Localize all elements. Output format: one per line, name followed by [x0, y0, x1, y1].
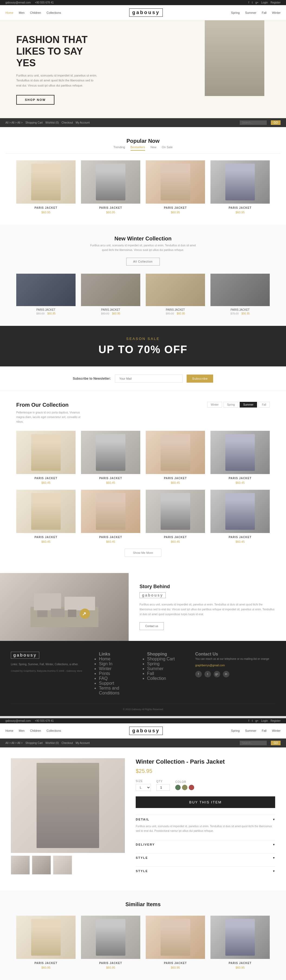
footer-social-google[interactable]: g+ [214, 671, 220, 678]
contact-button[interactable]: Contact us [139, 622, 164, 630]
nav2-home[interactable]: Home [5, 729, 13, 732]
thumbnail-1[interactable] [11, 856, 30, 875]
buy-button[interactable]: BUY THIS ITEM [136, 796, 275, 808]
story-content: Story Behind gabousy Furillius arcu unit… [129, 573, 286, 641]
product-figure-1 [31, 164, 61, 200]
tab-new[interactable]: New [150, 145, 157, 151]
footer-social-twitter[interactable]: t [205, 671, 211, 678]
nav2-men[interactable]: Men [19, 729, 24, 732]
nav2-spring[interactable]: Spring [231, 729, 240, 732]
footer-link-faq[interactable]: FAQ [99, 676, 139, 681]
search-go-button-2[interactable]: GO [271, 741, 281, 745]
footer-link-home[interactable]: Home [99, 657, 139, 662]
collection-title: From Our Collection [16, 402, 84, 408]
footer-link-prints[interactable]: Prints [99, 671, 139, 676]
winter-description: Furillius arcu unit, scerusetu id imperd… [89, 243, 197, 252]
checkout-link[interactable]: Checkout [61, 121, 73, 124]
size-select[interactable]: S M L XL [136, 784, 151, 791]
social-g-icon[interactable]: g+ [256, 1, 258, 4]
filter-fall[interactable]: Fall [258, 402, 270, 407]
subscribe-button[interactable]: Subscribe [187, 374, 213, 383]
footer-shop-cart[interactable]: Shopping Cart [147, 657, 187, 662]
footer-link-support[interactable]: Support [99, 681, 139, 686]
search-go-button[interactable]: GO [271, 120, 281, 125]
nav2-fall[interactable]: Fall [262, 729, 267, 732]
register-link-2[interactable]: Register [270, 719, 281, 722]
color-swatch-green[interactable] [175, 785, 181, 790]
newsletter-email-input[interactable] [115, 374, 182, 383]
login-link-2[interactable]: Login [261, 719, 268, 722]
all-collection-button[interactable]: All Collection [126, 258, 160, 266]
social2-t-icon[interactable]: t [252, 719, 253, 722]
collection-product-3: PARIS JACKET $60.45 [146, 431, 205, 484]
nav2-winter[interactable]: Winter [272, 729, 281, 732]
detail-section-detail-title[interactable]: DETAIL ▾ [136, 815, 275, 824]
tab-trending[interactable]: Trending [113, 145, 125, 151]
footer-shop-spring[interactable]: Spring [147, 662, 187, 666]
my-account-link-2[interactable]: My Account [75, 741, 89, 745]
nav-summer[interactable]: Summer [245, 11, 256, 14]
nav-collections[interactable]: Collections [46, 11, 61, 14]
nav-spring[interactable]: Spring [231, 11, 240, 14]
footer-social-facebook[interactable]: f [195, 671, 202, 678]
coll-price-7: $60.45 [146, 540, 205, 543]
thumbnail-2[interactable] [32, 856, 51, 875]
nav-winter[interactable]: Winter [272, 11, 281, 14]
thumbnail-3[interactable] [53, 856, 72, 875]
nav2-collections[interactable]: Collections [46, 729, 61, 732]
footer-shop-summer[interactable]: Summer [147, 666, 187, 671]
nav-home[interactable]: Home [5, 11, 13, 14]
color-swatch-red[interactable] [189, 785, 194, 790]
wishlist-link[interactable]: Wishlist (0) [45, 121, 59, 124]
tab-on-sale[interactable]: On Sale [162, 145, 173, 151]
collection-product-4: PARIS JACKET $60.45 [211, 431, 270, 484]
filter-spring[interactable]: Spring [224, 402, 238, 407]
cart-link-2[interactable]: Shopping Cart [26, 741, 43, 745]
nav-fall[interactable]: Fall [262, 11, 267, 14]
filter-winter[interactable]: Winter [207, 402, 222, 407]
show-more-button[interactable]: Show Me More [125, 549, 161, 557]
footer-link-winter[interactable]: Winter [99, 666, 139, 671]
checkout-link-2[interactable]: Checkout [61, 741, 73, 745]
footer-shop-collection[interactable]: Collection [147, 676, 187, 681]
filter-summer[interactable]: Summer [240, 402, 257, 407]
color-swatch-olive[interactable] [182, 785, 187, 790]
search-input-2[interactable] [240, 741, 267, 745]
similar-name-2: PARIS JACKET [81, 962, 140, 964]
nav-men[interactable]: Men [19, 11, 24, 14]
register-link[interactable]: Register [270, 1, 281, 4]
detail-delivery-title[interactable]: DELIVERY ▾ [136, 840, 275, 849]
size-label: SIZE [136, 780, 151, 783]
search-input[interactable] [240, 120, 267, 125]
footer-shop-fall[interactable]: Fall [147, 671, 187, 676]
my-account-link[interactable]: My Account [75, 121, 89, 124]
footer-email[interactable]: graphberrys@gmail.com [195, 664, 275, 667]
social2-f-icon[interactable]: f [248, 719, 249, 722]
nav2-summer[interactable]: Summer [245, 729, 256, 732]
nav-children[interactable]: Children [30, 11, 41, 14]
qty-input[interactable] [156, 784, 170, 791]
collection-product-5: PARIS JACKET $60.45 [16, 490, 75, 543]
footer-social-linkedin[interactable]: in [223, 671, 229, 678]
social-f-icon[interactable]: f [248, 1, 249, 4]
nav2-children[interactable]: Children [30, 729, 41, 732]
similar-section: Similiar Items PARIS JACKET $60.95 PARIS… [0, 891, 286, 980]
nav-links-2-right: Spring Summer Fall Winter [231, 729, 281, 732]
footer-link-signin[interactable]: Sign In [99, 662, 139, 666]
social2-g-icon[interactable]: g+ [256, 719, 258, 722]
tab-bestsellers[interactable]: Bestsellers [131, 145, 145, 151]
social-t-icon[interactable]: t [252, 1, 253, 4]
shop-now-button[interactable]: SHOP NOW [16, 95, 54, 105]
detail-style2-title[interactable]: STYLE ▾ [136, 866, 275, 876]
coll-image-8 [211, 490, 270, 533]
cart-link[interactable]: Shopping Cart [26, 121, 43, 124]
coll-name-3: PARIS JACKET [146, 477, 205, 480]
accessory-image-3 [146, 274, 205, 306]
footer-link-terms[interactable]: Terms and Conditions [99, 686, 139, 695]
collection-section: From Our Collection Pellentesque in grau… [0, 391, 286, 573]
wishlist-link-2[interactable]: Wishlist (0) [45, 741, 59, 745]
story-text: Furillius arcu unit, scerusetu id imperd… [139, 602, 275, 617]
footer: gabousy Links: Spring, Summer, Fall, Win… [0, 641, 286, 716]
detail-style1-title[interactable]: STYLE ▾ [136, 853, 275, 862]
login-link[interactable]: Login [261, 1, 268, 4]
